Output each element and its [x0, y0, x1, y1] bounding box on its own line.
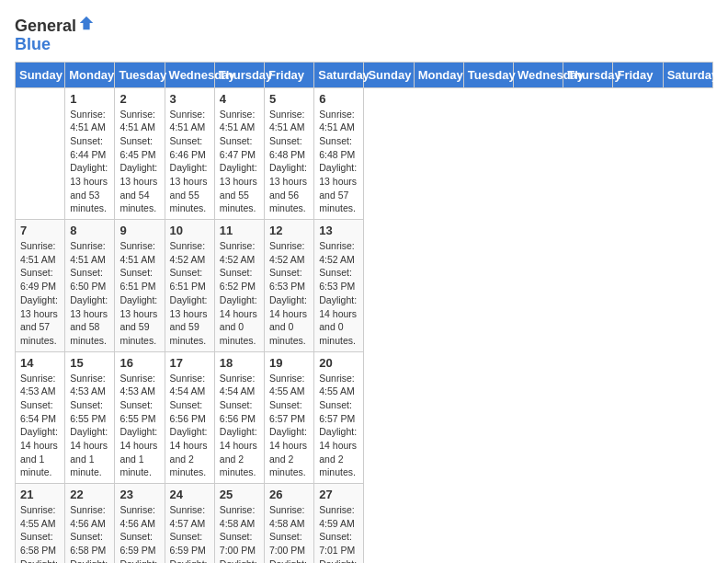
header-day-friday: Friday [265, 62, 314, 87]
day-number: 20 [319, 356, 358, 370]
svg-marker-0 [80, 17, 93, 29]
day-number: 17 [170, 356, 210, 370]
day-info: Sunrise: 4:52 AMSunset: 6:51 PMDaylight:… [170, 239, 210, 348]
calendar-cell: 23Sunrise: 4:56 AMSunset: 6:59 PMDayligh… [115, 484, 165, 563]
day-info: Sunrise: 4:58 AMSunset: 7:00 PMDaylight:… [220, 503, 259, 563]
calendar-cell: 9Sunrise: 4:51 AMSunset: 6:51 PMDaylight… [115, 220, 165, 352]
header-day-sunday: Sunday [364, 62, 414, 87]
calendar-cell: 15Sunrise: 4:53 AMSunset: 6:55 PMDayligh… [65, 351, 115, 484]
week-row-3: 14Sunrise: 4:53 AMSunset: 6:54 PMDayligh… [16, 351, 713, 484]
day-number: 27 [319, 488, 358, 501]
week-row-4: 21Sunrise: 4:55 AMSunset: 6:58 PMDayligh… [16, 484, 713, 563]
header-day-saturday: Saturday [314, 62, 364, 87]
day-info: Sunrise: 4:51 AMSunset: 6:48 PMDaylight:… [319, 108, 358, 216]
day-info: Sunrise: 4:51 AMSunset: 6:48 PMDaylight:… [269, 108, 309, 216]
day-info: Sunrise: 4:51 AMSunset: 6:44 PMDaylight:… [70, 108, 109, 216]
header-day-tuesday: Tuesday [463, 62, 513, 87]
header-row: SundayMondayTuesdayWednesdayThursdayFrid… [16, 62, 713, 87]
header-day-wednesday: Wednesday [165, 62, 214, 87]
calendar-cell: 26Sunrise: 4:58 AMSunset: 7:00 PMDayligh… [265, 484, 314, 563]
header-day-thursday: Thursday [214, 62, 264, 87]
logo: General Blue [15, 15, 95, 54]
week-row-2: 7Sunrise: 4:51 AMSunset: 6:49 PMDaylight… [16, 220, 713, 352]
header-day-sunday: Sunday [16, 62, 65, 87]
day-number: 4 [220, 92, 259, 106]
calendar-cell: 25Sunrise: 4:58 AMSunset: 7:00 PMDayligh… [214, 484, 264, 563]
day-number: 5 [269, 92, 309, 106]
header-day-saturday: Saturday [663, 62, 712, 87]
calendar-cell: 17Sunrise: 4:54 AMSunset: 6:56 PMDayligh… [165, 351, 214, 484]
day-info: Sunrise: 4:54 AMSunset: 6:56 PMDaylight:… [170, 372, 210, 480]
header-day-monday: Monday [65, 62, 115, 87]
day-info: Sunrise: 4:54 AMSunset: 6:56 PMDaylight:… [220, 372, 259, 480]
day-info: Sunrise: 4:59 AMSunset: 7:01 PMDaylight:… [319, 503, 358, 563]
day-number: 3 [170, 92, 210, 106]
day-number: 10 [170, 224, 210, 237]
calendar-cell: 1Sunrise: 4:51 AMSunset: 6:44 PMDaylight… [65, 87, 115, 220]
day-number: 16 [119, 356, 159, 370]
day-info: Sunrise: 4:53 AMSunset: 6:55 PMDaylight:… [119, 372, 159, 480]
day-number: 12 [269, 224, 309, 237]
day-number: 7 [20, 224, 60, 237]
day-info: Sunrise: 4:53 AMSunset: 6:54 PMDaylight:… [20, 372, 60, 480]
day-number: 13 [319, 224, 358, 237]
day-number: 2 [119, 92, 159, 106]
day-info: Sunrise: 4:51 AMSunset: 6:46 PMDaylight:… [170, 108, 210, 216]
calendar-cell: 10Sunrise: 4:52 AMSunset: 6:51 PMDayligh… [165, 220, 214, 352]
calendar-table: SundayMondayTuesdayWednesdayThursdayFrid… [15, 62, 713, 563]
header-day-wednesday: Wednesday [514, 62, 563, 87]
day-number: 8 [70, 224, 109, 237]
calendar-cell: 7Sunrise: 4:51 AMSunset: 6:49 PMDaylight… [16, 220, 65, 352]
day-number: 26 [269, 488, 309, 501]
calendar-cell: 3Sunrise: 4:51 AMSunset: 6:46 PMDaylight… [165, 87, 214, 220]
day-number: 25 [220, 488, 259, 501]
calendar-cell: 20Sunrise: 4:55 AMSunset: 6:57 PMDayligh… [314, 351, 364, 484]
calendar-cell: 11Sunrise: 4:52 AMSunset: 6:52 PMDayligh… [214, 220, 264, 352]
day-info: Sunrise: 4:52 AMSunset: 6:52 PMDaylight:… [220, 239, 259, 348]
day-info: Sunrise: 4:52 AMSunset: 6:53 PMDaylight:… [319, 239, 358, 348]
day-info: Sunrise: 4:51 AMSunset: 6:51 PMDaylight:… [119, 239, 159, 348]
logo-blue-text: Blue [15, 35, 51, 53]
calendar-cell: 16Sunrise: 4:53 AMSunset: 6:55 PMDayligh… [115, 351, 165, 484]
header-day-monday: Monday [414, 62, 463, 87]
day-info: Sunrise: 4:51 AMSunset: 6:45 PMDaylight:… [119, 108, 159, 216]
calendar-cell: 18Sunrise: 4:54 AMSunset: 6:56 PMDayligh… [214, 351, 264, 484]
day-info: Sunrise: 4:58 AMSunset: 7:00 PMDaylight:… [269, 503, 309, 563]
calendar-cell [16, 87, 65, 220]
day-info: Sunrise: 4:55 AMSunset: 6:57 PMDaylight:… [319, 372, 358, 480]
day-info: Sunrise: 4:51 AMSunset: 6:47 PMDaylight:… [220, 108, 259, 216]
header-day-thursday: Thursday [563, 62, 613, 87]
calendar-cell: 21Sunrise: 4:55 AMSunset: 6:58 PMDayligh… [16, 484, 65, 563]
day-info: Sunrise: 4:51 AMSunset: 6:49 PMDaylight:… [20, 239, 60, 348]
day-number: 18 [220, 356, 259, 370]
calendar-cell: 8Sunrise: 4:51 AMSunset: 6:50 PMDaylight… [65, 220, 115, 352]
day-number: 1 [70, 92, 109, 106]
day-info: Sunrise: 4:57 AMSunset: 6:59 PMDaylight:… [170, 503, 210, 563]
day-info: Sunrise: 4:53 AMSunset: 6:55 PMDaylight:… [70, 372, 109, 480]
day-number: 22 [70, 488, 109, 501]
day-info: Sunrise: 4:55 AMSunset: 6:58 PMDaylight:… [20, 503, 60, 563]
day-number: 24 [170, 488, 210, 501]
day-number: 19 [269, 356, 309, 370]
day-info: Sunrise: 4:56 AMSunset: 6:58 PMDaylight:… [70, 503, 109, 563]
calendar-cell: 27Sunrise: 4:59 AMSunset: 7:01 PMDayligh… [314, 484, 364, 563]
calendar-cell: 2Sunrise: 4:51 AMSunset: 6:45 PMDaylight… [115, 87, 165, 220]
logo-icon [78, 15, 95, 31]
calendar-cell: 22Sunrise: 4:56 AMSunset: 6:58 PMDayligh… [65, 484, 115, 563]
day-info: Sunrise: 4:52 AMSunset: 6:53 PMDaylight:… [269, 239, 309, 348]
day-number: 9 [119, 224, 159, 237]
day-number: 14 [20, 356, 60, 370]
day-number: 15 [70, 356, 109, 370]
day-number: 21 [20, 488, 60, 501]
calendar-cell: 14Sunrise: 4:53 AMSunset: 6:54 PMDayligh… [16, 351, 65, 484]
calendar-cell: 5Sunrise: 4:51 AMSunset: 6:48 PMDaylight… [265, 87, 314, 220]
header-day-tuesday: Tuesday [115, 62, 165, 87]
day-number: 23 [119, 488, 159, 501]
calendar-cell: 4Sunrise: 4:51 AMSunset: 6:47 PMDaylight… [214, 87, 264, 220]
header-day-friday: Friday [613, 62, 663, 87]
day-info: Sunrise: 4:55 AMSunset: 6:57 PMDaylight:… [269, 372, 309, 480]
calendar-cell: 19Sunrise: 4:55 AMSunset: 6:57 PMDayligh… [265, 351, 314, 484]
calendar-cell: 13Sunrise: 4:52 AMSunset: 6:53 PMDayligh… [314, 220, 364, 352]
day-number: 11 [220, 224, 259, 237]
calendar-cell: 12Sunrise: 4:52 AMSunset: 6:53 PMDayligh… [265, 220, 314, 352]
